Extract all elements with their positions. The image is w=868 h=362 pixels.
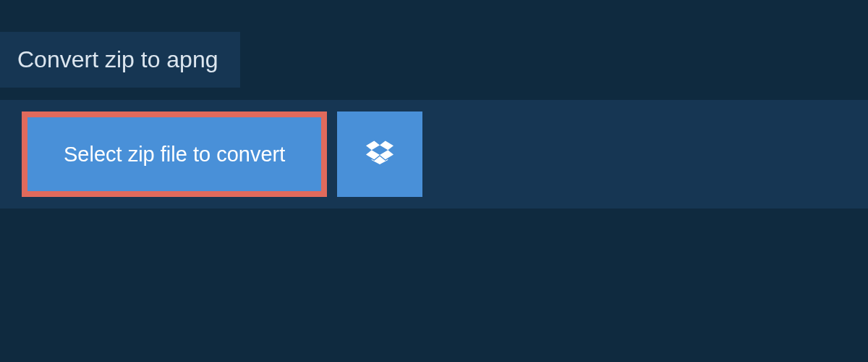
action-row: Select zip file to convert	[0, 100, 868, 209]
select-file-label: Select zip file to convert	[64, 143, 285, 167]
tab-header: Convert zip to apng	[0, 32, 240, 88]
select-file-button[interactable]: Select zip file to convert	[22, 111, 327, 197]
dropbox-button[interactable]	[337, 111, 422, 197]
dropbox-icon	[366, 140, 393, 168]
page-title: Convert zip to apng	[17, 46, 218, 72]
converter-panel: Convert zip to apng Select zip file to c…	[0, 0, 868, 362]
